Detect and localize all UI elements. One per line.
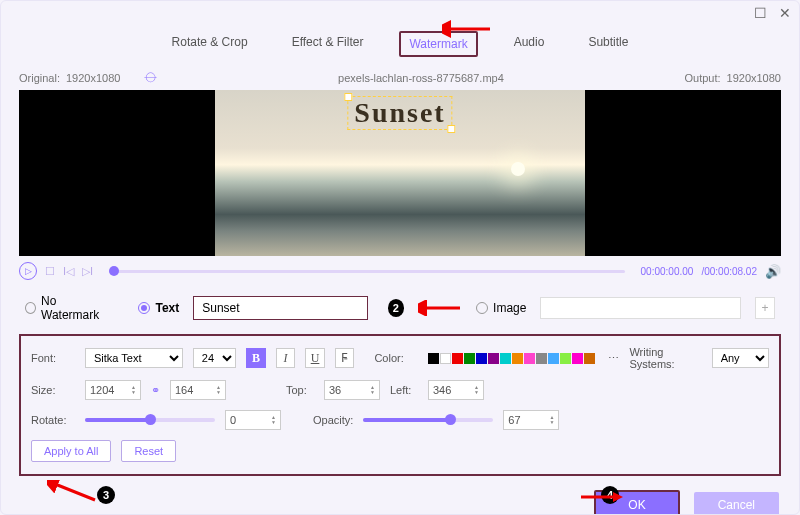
annotation-arrow-3 (47, 480, 97, 504)
time-current: 00:00:00.00 (641, 266, 694, 277)
size-label: Size: (31, 384, 75, 396)
bold-button[interactable]: B (246, 348, 266, 368)
italic-button[interactable]: I (276, 348, 296, 368)
add-image-button[interactable]: + (755, 297, 775, 319)
output-label: Output: (684, 72, 720, 84)
properties-panel: Font: Sitka Text 24 B I U F̵ Color: ⋯ Wr… (19, 334, 781, 476)
prev-frame-button[interactable]: I◁ (63, 265, 74, 278)
color-swatch[interactable] (512, 353, 523, 364)
color-label: Color: (374, 352, 418, 364)
file-name: pexels-lachlan-ross-8775687.mp4 (338, 72, 504, 84)
writing-systems-label: Writing Systems: (629, 346, 701, 370)
tab-effect-filter[interactable]: Effect & Filter (284, 31, 372, 57)
color-swatch[interactable] (440, 353, 451, 364)
top-label: Top: (286, 384, 314, 396)
svg-line-2 (55, 484, 95, 500)
top-input[interactable]: 36▲▼ (324, 380, 380, 400)
link-dimensions-icon[interactable]: ⚭ (151, 384, 160, 397)
font-family-select[interactable]: Sitka Text (85, 348, 183, 368)
color-swatch[interactable] (560, 353, 571, 364)
playback-controls: ▷ ☐ I◁ ▷I 00:00:00.00/00:00:08.02 🔊 (1, 256, 799, 286)
video-preview[interactable]: Sunset (19, 90, 781, 256)
annotation-badge-3: 3 (97, 486, 115, 504)
apply-to-all-button[interactable]: Apply to All (31, 440, 111, 462)
strikethrough-button[interactable]: F̵ (335, 348, 355, 368)
radio-no-watermark[interactable]: No Watermark (25, 294, 110, 322)
annotation-arrow-4 (579, 490, 623, 504)
next-frame-button[interactable]: ▷I (82, 265, 93, 278)
color-swatch[interactable] (548, 353, 559, 364)
height-input[interactable]: 164▲▼ (170, 380, 226, 400)
titlebar: ☐ ✕ (1, 1, 799, 25)
rotate-input[interactable]: 0▲▼ (225, 410, 281, 430)
rotate-slider[interactable] (85, 418, 215, 422)
font-label: Font: (31, 352, 75, 364)
watermark-image-input[interactable] (540, 297, 740, 319)
color-swatch[interactable] (488, 353, 499, 364)
more-colors-icon[interactable]: ⋯ (608, 352, 619, 365)
left-input[interactable]: 346▲▼ (428, 380, 484, 400)
annotation-badge-2: 2 (388, 299, 404, 317)
visibility-toggle-icon[interactable]: ⦵ (144, 69, 157, 86)
close-button[interactable]: ✕ (779, 5, 791, 21)
tabs: Rotate & Crop Effect & Filter Watermark … (1, 25, 799, 67)
footer: 3 4 OK Cancel (1, 480, 799, 515)
underline-button[interactable]: U (305, 348, 325, 368)
writing-systems-select[interactable]: Any (712, 348, 769, 368)
watermark-overlay[interactable]: Sunset (347, 96, 452, 130)
watermark-text-input[interactable] (193, 296, 367, 320)
tab-rotate-crop[interactable]: Rotate & Crop (164, 31, 256, 57)
annotation-arrow-2 (418, 300, 462, 316)
video-frame: Sunset (215, 90, 585, 256)
time-total: /00:00:08.02 (701, 266, 757, 277)
play-button[interactable]: ▷ (19, 262, 37, 280)
color-swatches (428, 353, 595, 364)
stop-button[interactable]: ☐ (45, 265, 55, 278)
color-swatch[interactable] (524, 353, 535, 364)
tab-subtitle[interactable]: Subtitle (580, 31, 636, 57)
rotate-label: Rotate: (31, 414, 75, 426)
timeline-slider[interactable] (109, 270, 624, 273)
original-label: Original: (19, 72, 60, 84)
volume-icon[interactable]: 🔊 (765, 264, 781, 279)
output-resolution: 1920x1080 (727, 72, 781, 84)
opacity-input[interactable]: 67▲▼ (503, 410, 559, 430)
original-resolution: 1920x1080 (66, 72, 120, 84)
tab-audio[interactable]: Audio (506, 31, 553, 57)
radio-text[interactable]: Text (138, 301, 179, 315)
width-input[interactable]: 1204▲▼ (85, 380, 141, 400)
font-size-select[interactable]: 24 (193, 348, 236, 368)
reset-button[interactable]: Reset (121, 440, 176, 462)
cancel-button[interactable]: Cancel (694, 492, 779, 515)
sun-graphic (511, 162, 525, 176)
opacity-label: Opacity: (313, 414, 353, 426)
color-swatch[interactable] (584, 353, 595, 364)
color-swatch[interactable] (476, 353, 487, 364)
color-swatch[interactable] (572, 353, 583, 364)
opacity-slider[interactable] (363, 418, 493, 422)
color-swatch[interactable] (464, 353, 475, 364)
color-swatch[interactable] (536, 353, 547, 364)
info-row: Original: 1920x1080 ⦵ pexels-lachlan-ros… (1, 67, 799, 90)
color-swatch[interactable] (428, 353, 439, 364)
color-swatch[interactable] (452, 353, 463, 364)
color-swatch[interactable] (500, 353, 511, 364)
maximize-button[interactable]: ☐ (754, 5, 767, 21)
left-label: Left: (390, 384, 418, 396)
watermark-type-row: No Watermark Text 2 Image + (1, 286, 799, 330)
annotation-arrow-1 (442, 20, 492, 38)
radio-image[interactable]: Image (476, 301, 526, 315)
